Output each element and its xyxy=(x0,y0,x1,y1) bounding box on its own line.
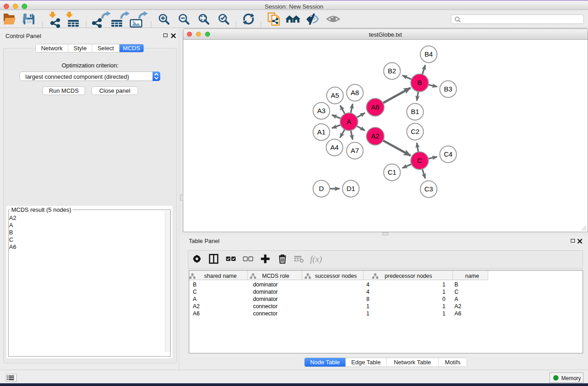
svg-text:connector: connector xyxy=(253,310,277,317)
svg-text:A8: A8 xyxy=(351,89,359,96)
svg-text:A3: A3 xyxy=(317,107,325,114)
svg-text:B: B xyxy=(417,79,422,86)
svg-text:A6: A6 xyxy=(454,310,461,317)
svg-text:B: B xyxy=(193,281,196,288)
svg-text:A: A xyxy=(347,118,351,125)
svg-text:1: 1 xyxy=(366,303,369,310)
svg-text:B1: B1 xyxy=(411,108,419,115)
svg-text:C2: C2 xyxy=(411,128,419,135)
svg-text:1: 1 xyxy=(442,281,445,288)
svg-text:C: C xyxy=(193,289,197,295)
svg-text:predecessor nodes: predecessor nodes xyxy=(385,273,432,279)
svg-text:A2: A2 xyxy=(454,303,461,310)
svg-text:B: B xyxy=(454,281,458,288)
svg-text:0: 0 xyxy=(442,296,445,302)
svg-text:A: A xyxy=(193,296,197,302)
svg-text:A6: A6 xyxy=(193,310,200,317)
svg-text:MCDS role: MCDS role xyxy=(262,273,289,279)
svg-text:4: 4 xyxy=(366,281,369,288)
svg-text:4: 4 xyxy=(366,289,369,295)
svg-text:8: 8 xyxy=(366,296,369,302)
svg-text:A1: A1 xyxy=(317,128,325,136)
svg-text:1: 1 xyxy=(366,310,369,317)
svg-text:C: C xyxy=(417,157,422,164)
svg-text:shared name: shared name xyxy=(204,273,237,279)
svg-text:B3: B3 xyxy=(444,85,452,93)
svg-text:dominator: dominator xyxy=(253,296,278,302)
svg-text:A6: A6 xyxy=(371,103,379,111)
svg-text:dominator: dominator xyxy=(253,289,278,295)
svg-text:A: A xyxy=(454,296,459,302)
svg-text:D1: D1 xyxy=(346,185,355,192)
svg-text:A2: A2 xyxy=(371,132,379,140)
svg-text:C4: C4 xyxy=(444,150,452,158)
svg-text:A4: A4 xyxy=(330,143,339,151)
svg-text:B2: B2 xyxy=(388,67,396,75)
svg-text:1: 1 xyxy=(442,289,445,295)
svg-text:B4: B4 xyxy=(425,50,433,58)
svg-text:C1: C1 xyxy=(387,168,396,176)
svg-text:1: 1 xyxy=(442,310,445,317)
svg-text:A2: A2 xyxy=(193,303,200,310)
svg-text:name: name xyxy=(465,273,479,279)
svg-text:C3: C3 xyxy=(424,185,433,193)
svg-text:f(x): f(x) xyxy=(310,254,322,264)
svg-text:D: D xyxy=(319,185,324,192)
svg-text:connector: connector xyxy=(253,303,277,310)
svg-text:successor nodes: successor nodes xyxy=(315,273,357,279)
svg-text:A5: A5 xyxy=(331,91,339,99)
svg-text:dominator: dominator xyxy=(253,281,278,288)
svg-text:1: 1 xyxy=(442,303,445,310)
svg-text:A7: A7 xyxy=(351,147,359,154)
svg-text:C: C xyxy=(454,289,459,295)
